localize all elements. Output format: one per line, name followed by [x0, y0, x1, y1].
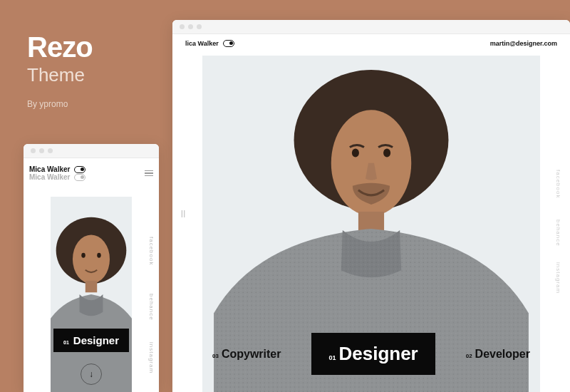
identity-row: lica Walker	[185, 40, 234, 47]
desktop-header: lica Walker martin@designer.com	[172, 34, 570, 54]
social-link-instagram[interactable]: instagram	[555, 262, 561, 294]
identity-name: lica Walker	[185, 40, 219, 47]
window-titlebar	[172, 20, 570, 34]
mobile-header: Mica Walker Mica Walker	[29, 165, 153, 181]
traffic-light-dot	[188, 24, 193, 29]
role-badge-primary[interactable]: 01 Designer	[311, 333, 435, 375]
role-number: 01	[63, 340, 69, 345]
desktop-preview-window: lica Walker martin@designer.com	[172, 20, 570, 392]
theme-toggle[interactable]	[223, 40, 234, 47]
role-item-copywriter[interactable]: 03 Copywriter	[212, 348, 281, 361]
svg-point-3	[81, 253, 85, 258]
role-number: 02	[466, 353, 472, 359]
identity-name-dim: Mica Walker	[29, 173, 70, 181]
identity-name: Mica Walker	[29, 165, 70, 173]
role-label: Developer	[475, 348, 530, 361]
theme-toggle-dim[interactable]	[74, 174, 86, 181]
social-link-facebook[interactable]: facebook	[555, 170, 561, 198]
identity-row: Mica Walker	[29, 165, 86, 173]
role-number: 03	[212, 353, 219, 359]
social-link-behance[interactable]: behance	[148, 294, 155, 321]
mobile-content: Mica Walker Mica Walker	[24, 158, 159, 392]
social-link-behance[interactable]: behance	[555, 220, 561, 247]
mobile-preview-window: Mica Walker Mica Walker	[24, 144, 159, 392]
role-label: Designer	[73, 334, 119, 346]
theme-toggle[interactable]	[74, 166, 86, 173]
identity-row-dim: Mica Walker	[29, 173, 86, 181]
traffic-light-dot	[48, 148, 53, 153]
role-number: 01	[328, 354, 336, 361]
traffic-light-dot	[180, 24, 185, 29]
arrow-down-icon: ↓	[89, 369, 93, 379]
role-badge-primary[interactable]: 01 Designer	[53, 329, 129, 352]
promo-title: Rezo Theme By ypromo	[27, 33, 93, 109]
traffic-light-dot	[31, 148, 36, 153]
svg-point-10	[383, 149, 390, 158]
traffic-light-dot	[39, 148, 44, 153]
window-titlebar	[24, 144, 159, 158]
scroll-down-button[interactable]: ↓	[81, 363, 102, 385]
role-item-developer[interactable]: 02 Developer	[466, 348, 530, 361]
role-label: Copywriter	[222, 348, 281, 361]
social-link-facebook[interactable]: facebook	[148, 237, 155, 265]
theme-name: Rezo	[27, 33, 93, 61]
role-label: Designer	[338, 343, 418, 365]
svg-point-2	[73, 234, 110, 284]
hero-image	[51, 197, 132, 392]
svg-point-4	[97, 253, 100, 258]
svg-point-9	[352, 149, 359, 158]
social-link-instagram[interactable]: instagram	[148, 342, 155, 373]
contact-email[interactable]: martin@designer.com	[490, 40, 557, 47]
traffic-light-dot	[197, 24, 202, 29]
hamburger-icon[interactable]	[145, 170, 153, 177]
theme-byline: By ypromo	[27, 99, 93, 109]
person-illustration	[51, 197, 132, 392]
roles-row: 03 Copywriter 01 Designer 02 Developer	[212, 333, 530, 375]
svg-rect-5	[86, 281, 97, 292]
desktop-content: lica Walker martin@designer.com	[172, 34, 570, 392]
svg-rect-11	[358, 212, 384, 232]
theme-subtitle: Theme	[27, 64, 93, 86]
drag-handle-icon[interactable]: ||	[181, 210, 186, 217]
